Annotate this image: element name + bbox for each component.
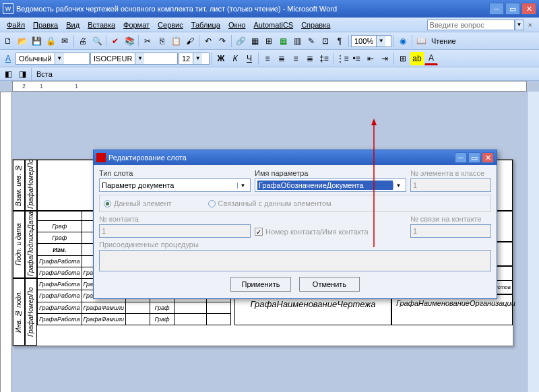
help-question-input[interactable] [427, 20, 515, 30]
vertical-ruler[interactable] [0, 92, 12, 392]
custom-icon-1[interactable]: ◧ [1, 67, 15, 81]
standard-toolbar: 🗋 📂 💾 🔒 ✉ 🖨 🔍 ✔ 📚 ✂ ⎘ 📋 🖌 ↶ ↷ 🔗 ▦ ⊞ ▦ ▥ … [0, 32, 539, 50]
window-titlebar: W Ведомость рабочих чертежей основного к… [0, 0, 539, 18]
menu-automatics[interactable]: AutomatiCS [249, 20, 297, 30]
menu-edit[interactable]: Правка [29, 20, 62, 30]
contact-no-label: № контакта [99, 215, 251, 223]
side-label: ГрафаНомерПо [25, 160, 37, 211]
hyperlink-icon[interactable]: 🔗 [234, 34, 247, 48]
format-painter-icon[interactable]: 🖌 [183, 34, 197, 48]
mail-icon[interactable]: ✉ [58, 34, 71, 48]
tables-borders-icon[interactable]: ▦ [248, 34, 261, 48]
open-icon[interactable]: 📂 [15, 34, 29, 48]
side-label: ГрафаПодписьДата [25, 211, 37, 278]
dialog-maximize-button[interactable]: ▭ [468, 152, 480, 163]
preview-icon[interactable]: 🔍 [90, 34, 104, 48]
cancel-button[interactable]: Отменить [299, 277, 360, 292]
line-spacing-icon[interactable]: ‡≡ [317, 52, 331, 65]
italic-icon[interactable]: К [228, 52, 242, 65]
slot-type-label: Тип слота [99, 169, 251, 177]
menubar-close-x[interactable]: × [524, 21, 536, 29]
style-combo[interactable]: Обычный▼ [15, 53, 90, 65]
menubar: Файл Правка Вид Вставка Формат Сервис Та… [0, 18, 539, 32]
side-label: ГрафаНомерПо [25, 278, 37, 346]
redo-icon[interactable]: ↷ [216, 34, 229, 48]
apply-button[interactable]: Применить [230, 277, 291, 292]
decrease-indent-icon[interactable]: ⇤ [364, 52, 377, 65]
dialog-title: Редактирование слота [108, 154, 187, 162]
menu-help[interactable]: Справка [297, 20, 334, 30]
copy-icon[interactable]: ⎘ [155, 34, 168, 48]
borders-icon[interactable]: ⊞ [396, 52, 410, 65]
menu-file[interactable]: Файл [3, 20, 29, 30]
font-size-combo[interactable]: 12▼ [179, 53, 210, 65]
show-hide-icon[interactable]: ¶ [333, 34, 346, 48]
minimize-button[interactable]: ─ [489, 3, 504, 15]
formatting-toolbar: A Обычный▼ ISOCPEUR▼ 12▼ Ж К Ч ≡ ≣ ≡ ≣ ‡… [0, 50, 539, 67]
help-icon[interactable]: ◉ [396, 34, 410, 48]
align-right-icon[interactable]: ≡ [289, 52, 303, 65]
contact-no-input: 1 [99, 224, 251, 238]
bullets-icon[interactable]: •≡ [350, 52, 363, 65]
numbering-icon[interactable]: ⋮≡ [336, 52, 349, 65]
cut-icon[interactable]: ✂ [141, 34, 154, 48]
custom-toolbar: ◧ ◨ Вста [0, 67, 539, 81]
align-left-icon[interactable]: ≡ [261, 52, 274, 65]
class-elem-input: 1 [410, 178, 491, 192]
dialog-titlebar[interactable]: Редактирование слота ─ ▭ ✕ [94, 150, 497, 165]
dialog-close-button[interactable]: ✕ [482, 152, 494, 163]
app-icon: W [3, 3, 13, 14]
doc-map-icon[interactable]: ⊡ [319, 34, 332, 48]
justify-icon[interactable]: ≣ [303, 52, 317, 65]
procedures-textarea [99, 250, 491, 271]
increase-indent-icon[interactable]: ⇥ [378, 52, 391, 65]
param-name-select[interactable]: ГрафаОбозначениеДокумента▼ [255, 178, 406, 192]
window-title: Ведомость рабочих чертежей основного ком… [16, 5, 489, 13]
bold-icon[interactable]: Ж [214, 52, 228, 65]
help-question-dropdown[interactable]: ▼ [515, 20, 524, 30]
zoom-combo[interactable]: 100%▼ [351, 35, 391, 47]
excel-icon[interactable]: ▦ [276, 34, 290, 48]
new-doc-icon[interactable]: 🗋 [1, 34, 15, 48]
custom-icon-2[interactable]: ◨ [15, 67, 29, 81]
permission-icon[interactable]: 🔒 [44, 34, 57, 48]
horizontal-ruler[interactable]: 2 1 1 [12, 81, 527, 92]
columns-icon[interactable]: ▥ [290, 34, 304, 48]
slot-edit-dialog: Редактирование слота ─ ▭ ✕ Тип слота Пар… [93, 150, 497, 299]
vertical-scrollbar[interactable] [527, 92, 539, 392]
paste-icon[interactable]: 📋 [169, 34, 183, 48]
menu-tools[interactable]: Сервис [154, 20, 187, 30]
spelling-icon[interactable]: ✔ [108, 34, 122, 48]
save-icon[interactable]: 💾 [30, 34, 43, 48]
side-label: Подп. и дата [13, 211, 25, 278]
undo-icon[interactable]: ↶ [201, 34, 215, 48]
menu-window[interactable]: Окно [224, 20, 250, 30]
dialog-icon [96, 153, 106, 162]
print-icon[interactable]: 🖨 [76, 34, 90, 48]
reading-layout-button[interactable]: Чтение [429, 37, 459, 45]
research-icon[interactable]: 📚 [123, 34, 136, 48]
reading-layout-icon[interactable]: 📖 [414, 34, 428, 48]
menu-insert[interactable]: Вставка [84, 20, 119, 30]
align-center-icon[interactable]: ≣ [275, 52, 288, 65]
menu-table[interactable]: Таблица [187, 20, 224, 30]
highlight-icon[interactable]: ab [410, 52, 424, 65]
procedures-label: Присоединенные процедуры [99, 240, 491, 249]
drawing-icon[interactable]: ✎ [305, 34, 318, 48]
slot-type-select[interactable]: Параметр документа▼ [99, 178, 251, 192]
contact-name-checkbox: ✓ [255, 228, 263, 236]
maximize-button[interactable]: ▭ [505, 3, 520, 15]
styles-pane-icon[interactable]: A [1, 52, 15, 65]
param-name-label: Имя параметра [255, 169, 406, 177]
close-button[interactable]: ✕ [521, 3, 536, 15]
class-elem-label: № элемента в классе [410, 169, 491, 177]
font-combo[interactable]: ISOCPEUR▼ [90, 53, 178, 65]
font-color-icon[interactable]: A [424, 52, 438, 65]
dialog-minimize-button[interactable]: ─ [455, 152, 467, 163]
menu-format[interactable]: Формат [119, 20, 154, 30]
side-label: Инв. № подл. [13, 278, 25, 346]
menu-view[interactable]: Вид [62, 20, 84, 30]
insert-table-icon[interactable]: ⊞ [262, 34, 276, 48]
radio-linked-element: Связанный с данным элементом [205, 197, 334, 210]
underline-icon[interactable]: Ч [243, 52, 256, 65]
